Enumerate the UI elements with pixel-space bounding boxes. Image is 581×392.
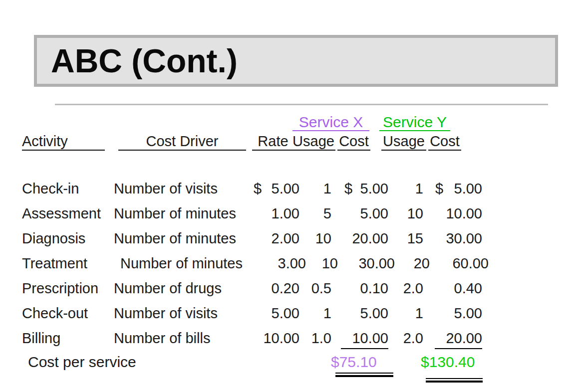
rate-cell: 5.00 — [250, 303, 299, 323]
service-y-total: $130.40 — [421, 352, 475, 372]
service-x-cost-cell: $ 5.00 — [331, 179, 388, 198]
rate-value: 5.00 — [272, 179, 299, 198]
service-x-cost-cell: 5.00 — [331, 303, 388, 323]
activity-cell: Check-out — [22, 303, 114, 323]
cost-driver-cell: Number of minutes — [120, 253, 256, 273]
activity-cell: Diagnosis — [22, 228, 114, 248]
column-header-x-cost: Cost — [337, 133, 370, 151]
table-row: Assessment Number of minutes 1.00 5 5.00… — [0, 203, 581, 228]
service-x-usage-cell: 1 — [299, 179, 331, 198]
service-y-usage-cell: 10 — [388, 203, 423, 223]
service-y-usage-cell: 1 — [388, 303, 423, 323]
service-y-cost-cell: 5.00 — [423, 303, 482, 323]
cost-driver-cell: Number of minutes — [114, 203, 250, 223]
rate-cell: 0.20 — [250, 278, 299, 298]
rate-value: 3.00 — [278, 253, 306, 273]
x-cost-value: 5.00 — [360, 203, 388, 223]
y-cost-currency-symbol: $ — [435, 179, 443, 198]
column-header-x-usage: Usage — [291, 133, 335, 151]
slide-title: ABC (Cont.) — [37, 42, 238, 80]
service-x-usage-cell: 1.0 — [299, 328, 331, 348]
x-cost-value: 10.00 — [341, 328, 388, 349]
title-box: ABC (Cont.) — [34, 35, 558, 87]
y-cost-value: 0.40 — [454, 278, 482, 298]
cost-per-service-label: Cost per service — [28, 352, 136, 372]
cost-driver-cell: Number of visits — [114, 179, 250, 198]
table-row: Prescription Number of drugs 0.20 0.5 0.… — [0, 278, 581, 303]
activity-cell: Assessment — [22, 203, 114, 223]
service-y-usage-cell: 15 — [388, 228, 423, 248]
y-cost-value: 60.00 — [452, 253, 489, 273]
cost-driver-cell: Number of bills — [114, 328, 250, 348]
service-x-cost-cell: 10.00 — [331, 328, 388, 349]
cost-driver-cell: Number of minutes — [114, 228, 250, 248]
cost-driver-cell: Number of visits — [114, 303, 250, 323]
y-cost-value: 20.00 — [435, 328, 482, 349]
slide: ABC (Cont.) Service X Service Y Activity… — [0, 0, 581, 392]
y-cost-value: 10.00 — [446, 203, 482, 223]
rate-value: 1.00 — [272, 203, 299, 223]
service-x-cost-cell: 20.00 — [331, 228, 388, 248]
rate-cell: $ 5.00 — [250, 179, 299, 198]
activity-cell: Prescription — [22, 278, 114, 298]
x-cost-value: 30.00 — [358, 253, 395, 273]
table-row: Check-out Number of visits 5.00 1 5.00 1… — [0, 303, 581, 328]
x-total-rule-bottom — [335, 375, 393, 377]
service-y-usage-cell: 2.0 — [388, 278, 423, 298]
rate-cell: 10.00 — [250, 328, 299, 348]
y-cost-value: 5.00 — [454, 179, 482, 198]
service-x-usage-cell: 1 — [299, 303, 331, 323]
column-header-activity: Activity — [22, 133, 105, 151]
rate-currency-symbol: $ — [254, 179, 262, 198]
cost-driver-cell: Number of drugs — [114, 278, 250, 298]
column-header-y-cost: Cost — [428, 133, 461, 151]
service-x-usage-cell: 10 — [299, 228, 331, 248]
rate-cell: 3.00 — [256, 253, 306, 273]
rate-cell: 2.00 — [250, 228, 299, 248]
service-x-usage-cell: 5 — [299, 203, 331, 223]
x-cost-value: 0.10 — [360, 278, 388, 298]
service-y-cost-cell: 0.40 — [423, 278, 482, 298]
x-cost-value: 5.00 — [360, 179, 388, 198]
table-row: Treatment Number of minutes 3.00 10 30.0… — [0, 253, 581, 278]
activity-cell: Treatment — [22, 253, 114, 273]
service-x-total: $75.10 — [331, 352, 377, 372]
service-y-usage-cell: 20 — [395, 253, 430, 273]
y-cost-value: 5.00 — [454, 303, 482, 323]
service-y-cost-cell: 10.00 — [423, 203, 482, 223]
x-cost-value: 5.00 — [360, 303, 388, 323]
x-total-double-rule — [335, 373, 393, 377]
y-total-double-rule — [426, 378, 483, 383]
rate-value: 0.20 — [272, 278, 299, 298]
column-header-rate: Rate — [252, 133, 294, 151]
activity-cell: Check-in — [22, 179, 114, 198]
title-divider-line — [55, 104, 548, 105]
service-y-cost-cell: 30.00 — [423, 228, 482, 248]
service-y-group-header: Service Y — [379, 114, 450, 131]
service-x-group-header: Service X — [292, 114, 369, 131]
service-y-usage-cell: 1 — [388, 179, 423, 198]
service-x-usage-cell: 10 — [306, 253, 338, 273]
y-cost-value: 30.00 — [446, 228, 482, 248]
table-row: Check-in Number of visits $ 5.00 1 $ 5.0… — [0, 179, 581, 203]
table-row: Diagnosis Number of minutes 2.00 10 20.0… — [0, 228, 581, 253]
service-x-cost-cell: 0.10 — [331, 278, 388, 298]
x-cost-currency-symbol: $ — [344, 179, 352, 198]
rate-cell: 1.00 — [250, 203, 299, 223]
x-cost-value: 20.00 — [352, 228, 388, 248]
service-x-usage-cell: 0.5 — [299, 278, 331, 298]
x-total-rule-top — [335, 373, 393, 374]
rate-value: 2.00 — [272, 228, 299, 248]
y-total-rule-bottom — [426, 381, 483, 383]
service-x-cost-cell: 30.00 — [338, 253, 395, 273]
column-header-y-usage: Usage — [381, 133, 426, 151]
rate-value: 5.00 — [272, 303, 299, 323]
cost-table-body: Check-in Number of visits $ 5.00 1 $ 5.0… — [0, 179, 581, 353]
service-y-cost-cell: $ 5.00 — [423, 179, 482, 198]
service-y-cost-cell: 20.00 — [423, 328, 482, 349]
y-total-rule-top — [426, 378, 483, 379]
column-header-cost-driver: Cost Driver — [118, 133, 246, 151]
service-y-usage-cell: 2.0 — [388, 328, 423, 348]
table-row: Billing Number of bills 10.00 1.0 10.00 … — [0, 328, 581, 353]
service-x-cost-cell: 5.00 — [331, 203, 388, 223]
